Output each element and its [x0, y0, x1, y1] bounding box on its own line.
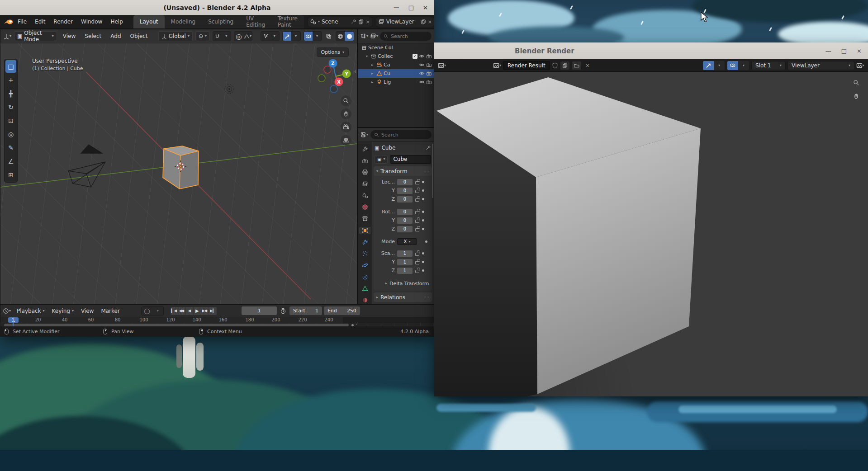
overlays-dropdown[interactable]: ▾: [313, 32, 322, 41]
delta-transform-subpanel[interactable]: ▸ Delta Transform: [374, 279, 432, 288]
render-zoom-icon[interactable]: [851, 77, 862, 88]
prev-keyframe-button[interactable]: ◀◆: [178, 307, 186, 315]
value-input[interactable]: 0: [397, 188, 413, 194]
tool-measure[interactable]: ∠: [5, 155, 16, 168]
lock-icon[interactable]: [415, 211, 419, 214]
fake-user-shield-icon[interactable]: [552, 62, 558, 69]
tab-modeling[interactable]: Modeling: [165, 15, 202, 28]
outliner-row-collection[interactable]: ▾ Collec ✓: [358, 52, 434, 61]
blender-logo-icon[interactable]: [4, 19, 14, 25]
gizmos-dropdown[interactable]: ▾: [714, 61, 725, 70]
object-id-icon[interactable]: ▣ ▾: [375, 155, 388, 164]
maximize-button[interactable]: □: [408, 5, 414, 10]
shading-solid-icon[interactable]: [345, 32, 354, 41]
render-titlebar[interactable]: Blender Render — □ ×: [434, 42, 868, 59]
gizmo-dropdown[interactable]: ▾: [270, 32, 279, 41]
viewport-menu-add[interactable]: Add: [107, 32, 124, 41]
viewport-ortho-icon[interactable]: [341, 135, 351, 146]
frame-start-field[interactable]: Start1: [289, 306, 322, 315]
remove-viewlayer-icon[interactable]: ×: [428, 19, 432, 25]
gizmos-dropdown[interactable]: ▾: [291, 32, 300, 41]
tab-scene[interactable]: [359, 192, 370, 199]
lock-icon[interactable]: [415, 261, 419, 264]
tool-transform[interactable]: ◎: [5, 128, 16, 141]
timeline-menu-marker[interactable]: Marker: [98, 307, 123, 315]
tool-scale[interactable]: ⊡: [5, 114, 16, 127]
timeline-menu-keying[interactable]: Keying▾: [49, 307, 77, 315]
lock-icon[interactable]: [415, 190, 419, 193]
scene-icon[interactable]: [310, 19, 316, 25]
outliner-search-input[interactable]: Search: [380, 32, 432, 41]
animate-dot-icon[interactable]: [422, 269, 424, 272]
properties-editor[interactable]: ▾ Search: [357, 127, 434, 304]
disclosure-icon[interactable]: ▸: [370, 71, 375, 75]
relations-panel[interactable]: ▸ Relations ⋮⋮: [374, 292, 432, 302]
lock-icon[interactable]: [415, 228, 419, 231]
timeline-editor[interactable]: ▾ Playback▾ Keying▾ View Marker ○ ▾ ▎◀ ◀…: [0, 304, 434, 326]
tab-modifiers[interactable]: [359, 239, 370, 246]
value-input[interactable]: 1: [397, 250, 413, 257]
timeline-ruler[interactable]: 20 40 60 80 100 120 140 160 180 200 220 …: [0, 317, 434, 323]
lock-icon[interactable]: [415, 270, 419, 273]
animate-dot-icon[interactable]: [422, 261, 424, 263]
tab-sculpting[interactable]: Sculpting: [202, 15, 240, 28]
animate-dot-icon[interactable]: [422, 252, 424, 254]
tool-select-box[interactable]: □: [5, 60, 16, 73]
value-input[interactable]: 0: [397, 217, 413, 224]
tool-rotate[interactable]: ↻: [5, 101, 16, 113]
main-titlebar[interactable]: (Unsaved) - Blender 4.2 Alpha — □ ×: [0, 0, 434, 15]
menu-window[interactable]: Window: [77, 17, 106, 27]
properties-search-input[interactable]: Search: [370, 130, 432, 139]
render-pan-icon[interactable]: [851, 91, 862, 102]
collection-checkbox[interactable]: ✓: [413, 54, 417, 59]
viewlayer-selector[interactable]: ViewLayer ×: [376, 17, 434, 27]
close-button[interactable]: ×: [423, 5, 428, 10]
frame-end-field[interactable]: End250: [324, 306, 360, 315]
animate-dot-icon[interactable]: [422, 189, 424, 192]
animate-dot-icon[interactable]: [422, 228, 424, 230]
disclosure-icon[interactable]: ▸: [370, 80, 375, 84]
outliner-filter-icon[interactable]: ▾: [370, 33, 378, 39]
play-button[interactable]: ▶: [194, 307, 201, 315]
playhead-line[interactable]: [13, 317, 14, 327]
animate-dot-icon[interactable]: [425, 240, 427, 243]
tool-cursor[interactable]: +: [5, 74, 16, 86]
hide-eye-icon[interactable]: [419, 79, 425, 85]
value-input[interactable]: 1: [397, 268, 413, 274]
minimize-button[interactable]: —: [394, 5, 399, 10]
scrollbar-chevron-icon[interactable]: ‹: [356, 322, 358, 326]
hide-eye-icon[interactable]: [419, 71, 425, 76]
unlink-image-icon[interactable]: ×: [583, 62, 592, 69]
properties-editor-type-icon[interactable]: ▾: [360, 132, 368, 138]
scene-selector[interactable]: ▾ Scene ×: [308, 17, 372, 27]
disclosure-icon[interactable]: ▾: [364, 54, 370, 58]
scrollbar-handle-icon[interactable]: [351, 324, 354, 326]
gizmos-toggle-icon[interactable]: ↗: [703, 61, 714, 70]
grip-icon[interactable]: ⋮⋮: [423, 295, 429, 300]
properties-scrollbar[interactable]: [432, 144, 433, 198]
value-input[interactable]: 0: [397, 209, 413, 215]
tab-tool[interactable]: [359, 146, 370, 153]
viewport-3d[interactable]: ▾ ▣ Object Mode ▾ View Select Add Object…: [0, 29, 357, 304]
tab-layout[interactable]: Layout: [133, 15, 165, 28]
tab-object[interactable]: [359, 227, 370, 234]
hide-eye-icon[interactable]: [419, 62, 425, 68]
pin-icon[interactable]: [351, 19, 356, 24]
shading-wireframe-icon[interactable]: [336, 32, 345, 41]
options-button[interactable]: Options ▾: [317, 47, 349, 57]
value-input[interactable]: 0: [397, 226, 413, 232]
menu-help[interactable]: Help: [106, 17, 127, 27]
outliner-row-camera[interactable]: ▸ Ca: [358, 61, 434, 69]
grip-icon[interactable]: ⋮⋮: [423, 169, 429, 174]
current-frame-field[interactable]: 1: [242, 306, 277, 315]
lock-icon[interactable]: [415, 198, 419, 202]
new-scene-icon[interactable]: [358, 19, 364, 24]
scene-name[interactable]: Scene: [322, 19, 350, 25]
viewport-menu-select[interactable]: Select: [81, 32, 104, 41]
viewport-menu-view[interactable]: View: [60, 32, 79, 41]
xray-toggle-icon[interactable]: [325, 33, 333, 39]
outliner-row-scene-collection[interactable]: Scene Col: [358, 43, 434, 52]
mode-dropdown[interactable]: ▣ Object Mode ▾: [14, 31, 57, 41]
jump-to-end-button[interactable]: ▶▎: [209, 307, 217, 315]
viewlayer-icon[interactable]: [378, 19, 384, 25]
